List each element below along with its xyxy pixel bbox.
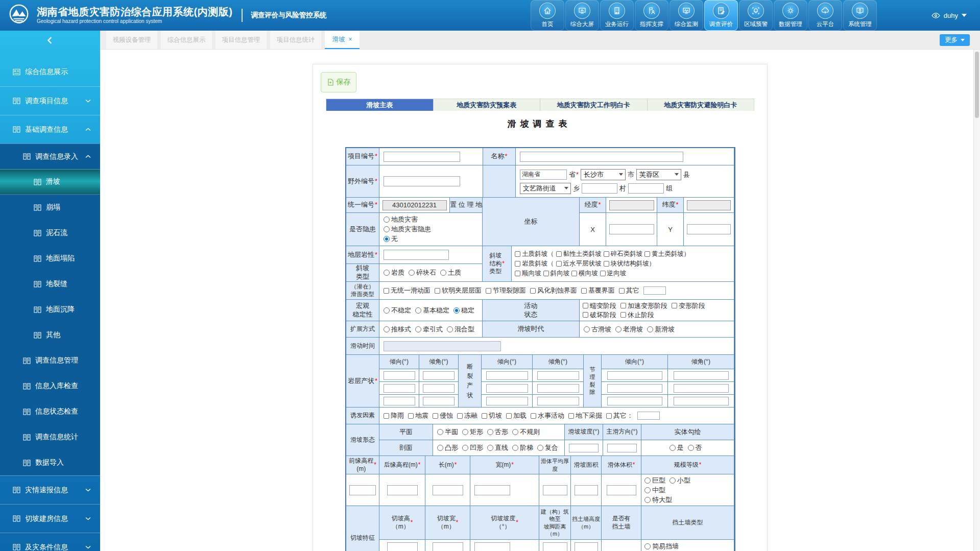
checkbox-option[interactable]: 碎石类斜坡 bbox=[604, 250, 643, 258]
radio-option[interactable]: 特大型 bbox=[644, 495, 672, 505]
sidebar-item-disaster-report-info[interactable]: 灾情速报信息 bbox=[0, 475, 100, 504]
radio-option[interactable]: 基本稳定 bbox=[415, 306, 449, 315]
form-tab-avoidance-card[interactable]: 地质灾害防灾避险明白卡 bbox=[648, 99, 754, 111]
radio-option[interactable]: 半圆 bbox=[437, 427, 458, 437]
radio-control[interactable] bbox=[537, 445, 543, 451]
checkbox-option[interactable]: 休止阶段 bbox=[620, 310, 654, 320]
slide-direction-input[interactable] bbox=[607, 444, 637, 452]
sidebar-item-survey-info-management[interactable]: 调查信息管理 bbox=[0, 348, 100, 373]
attitude-input[interactable] bbox=[384, 397, 415, 405]
attitude-input[interactable] bbox=[384, 371, 415, 380]
x-input[interactable] bbox=[609, 224, 654, 234]
checkbox-control[interactable] bbox=[583, 303, 588, 308]
radio-control[interactable] bbox=[437, 429, 443, 435]
checkbox-control[interactable] bbox=[604, 251, 609, 257]
radio-option[interactable]: 地质灾害 bbox=[384, 215, 418, 224]
checkbox-option[interactable]: 风化剥蚀界面 bbox=[530, 286, 577, 295]
attitude-input[interactable] bbox=[537, 384, 579, 393]
radio-option[interactable]: 地质灾害隐患 bbox=[384, 225, 431, 234]
nav-item-command-support[interactable]: 指挥支撑 bbox=[635, 0, 668, 31]
close-icon[interactable]: × bbox=[348, 36, 352, 43]
tab-project-info-management[interactable]: 项目信息管理 bbox=[216, 31, 267, 49]
checkbox-option[interactable]: 逆向坡 bbox=[600, 269, 627, 278]
building-distance-input[interactable] bbox=[543, 542, 567, 551]
checkbox-option[interactable]: 切坡 bbox=[482, 411, 502, 420]
radio-option[interactable]: 中型 bbox=[644, 486, 665, 495]
longitude-input[interactable] bbox=[609, 200, 654, 210]
radio-option[interactable]: 矩形 bbox=[462, 427, 483, 437]
sidebar-item-survey-info-entry[interactable]: 调查信息录入 bbox=[0, 143, 100, 169]
radio-option[interactable]: 复合 bbox=[537, 443, 558, 452]
checkbox-option[interactable]: 节理裂隙面 bbox=[486, 286, 526, 295]
area-input[interactable] bbox=[575, 485, 598, 495]
tab-video-device-management[interactable]: 视频设备管理 bbox=[106, 31, 157, 49]
radio-option[interactable]: 简易挡墙 bbox=[644, 542, 679, 551]
checkbox-control[interactable] bbox=[581, 288, 587, 294]
nav-item-business-operation[interactable]: 业务运行 bbox=[600, 0, 634, 31]
checkbox-control[interactable] bbox=[620, 303, 626, 308]
cut-width-input[interactable] bbox=[433, 542, 463, 551]
thickness-input[interactable] bbox=[543, 485, 567, 495]
checkbox-option[interactable]: 破坏阶段 bbox=[583, 310, 616, 320]
slide-time-input[interactable] bbox=[384, 341, 501, 351]
radio-control[interactable] bbox=[447, 326, 453, 332]
checkbox-control[interactable] bbox=[435, 288, 440, 294]
radio-control[interactable] bbox=[644, 543, 651, 549]
form-tab-prevention-plan[interactable]: 地质灾害防灾预案表 bbox=[434, 99, 541, 111]
radio-control[interactable] bbox=[415, 307, 421, 314]
radio-control[interactable] bbox=[437, 445, 443, 451]
radio-option[interactable]: 凸形 bbox=[437, 443, 458, 452]
checkbox-option[interactable]: 其它： bbox=[606, 411, 633, 420]
sidebar-item-survey-info-statistics[interactable]: 调查信息统计 bbox=[0, 424, 100, 450]
checkbox-control[interactable] bbox=[606, 413, 612, 419]
attitude-input[interactable] bbox=[674, 371, 729, 380]
radio-control[interactable] bbox=[415, 326, 421, 332]
radio-option[interactable]: 混合型 bbox=[447, 325, 474, 334]
attitude-input[interactable] bbox=[537, 371, 579, 380]
checkbox-control[interactable] bbox=[384, 288, 389, 294]
attitude-input[interactable] bbox=[384, 384, 415, 393]
sidebar-item-slope-house-info[interactable]: 切坡建房信息 bbox=[0, 504, 100, 533]
attitude-input[interactable] bbox=[486, 397, 528, 405]
sidebar-item-landslide[interactable]: 滑坡 bbox=[0, 169, 100, 195]
attitude-input[interactable] bbox=[607, 371, 662, 380]
radio-option[interactable]: 岩质 bbox=[384, 268, 404, 277]
radio-control[interactable] bbox=[644, 497, 651, 503]
front-elevation-input[interactable] bbox=[349, 485, 376, 495]
county-select[interactable]: 芙蓉区 bbox=[636, 169, 681, 180]
attitude-input[interactable] bbox=[607, 397, 662, 405]
radio-option[interactable]: 凹形 bbox=[462, 443, 483, 452]
attitude-input[interactable] bbox=[423, 397, 455, 405]
radio-control[interactable] bbox=[615, 326, 622, 332]
sidebar-item-ground-collapse[interactable]: 地面塌陷 bbox=[0, 246, 100, 271]
checkbox-option[interactable]: 斜向坡 bbox=[543, 269, 570, 278]
radio-control[interactable] bbox=[670, 477, 676, 484]
radio-control[interactable] bbox=[512, 445, 518, 451]
radio-option[interactable]: 无 bbox=[384, 234, 398, 244]
radio-option[interactable]: 牵引式 bbox=[415, 325, 443, 334]
checkbox-control[interactable] bbox=[556, 251, 562, 257]
checkbox-control[interactable] bbox=[672, 303, 677, 308]
checkbox-option[interactable]: 软弱夹层层面 bbox=[435, 286, 482, 295]
radio-option[interactable]: 推移式 bbox=[384, 325, 411, 334]
checkbox-control[interactable] bbox=[556, 261, 562, 267]
sidebar-item-info-status-check[interactable]: 信息状态检查 bbox=[0, 399, 100, 424]
checkbox-option[interactable]: 降雨 bbox=[384, 411, 404, 420]
checkbox-control[interactable] bbox=[384, 413, 389, 419]
checkbox-option[interactable]: 近水平层状坡 bbox=[556, 259, 602, 268]
sidebar-item-comprehensive-info-display[interactable]: 综合信息展示 bbox=[0, 58, 100, 86]
sidebar-item-basic-survey-info[interactable]: 基础调查信息 bbox=[0, 115, 100, 143]
radio-control[interactable] bbox=[384, 217, 390, 223]
checkbox-option[interactable]: 蠕变阶段 bbox=[583, 301, 616, 310]
radio-control[interactable] bbox=[644, 487, 651, 493]
tab-comprehensive-info-display[interactable]: 综合信息展示 bbox=[161, 31, 212, 49]
checkbox-control[interactable] bbox=[515, 251, 520, 257]
checkbox-option[interactable]: 横向坡 bbox=[571, 269, 598, 278]
checkbox-option[interactable]: 加速变形阶段 bbox=[620, 301, 667, 310]
radio-control[interactable] bbox=[384, 270, 390, 276]
other-text-input[interactable] bbox=[637, 412, 660, 420]
length-input[interactable] bbox=[433, 485, 463, 495]
nav-item-system-management[interactable]: 系统管理 bbox=[843, 0, 877, 31]
sidebar-item-survey-project-info[interactable]: 调查项目信息 bbox=[0, 86, 100, 115]
rear-elevation-input[interactable] bbox=[387, 485, 418, 495]
